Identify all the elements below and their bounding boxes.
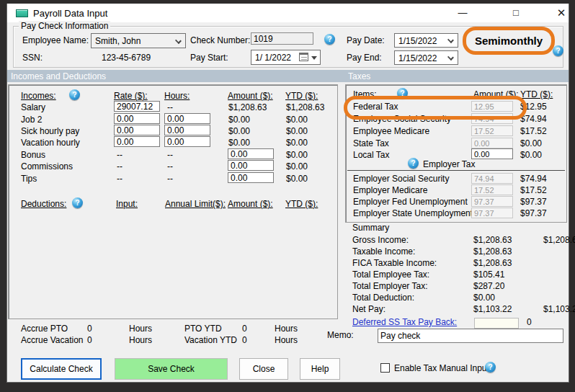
window-title: Payroll Data Input — [33, 8, 107, 19]
amount-col-header: Amount ($): — [228, 91, 273, 101]
accrue-pto-unit: Hours — [129, 324, 152, 334]
memo-input[interactable] — [378, 329, 563, 343]
employee-ss-input[interactable] — [471, 113, 513, 124]
help-icon-employer-tax[interactable]: ? — [408, 158, 419, 169]
tax-row-label: Employee Social Security — [353, 114, 451, 124]
pay-date-select[interactable]: 1/15/2022 — [394, 33, 458, 48]
sick-rate-input[interactable] — [114, 125, 160, 135]
salary-hours-dash: -- — [167, 102, 173, 112]
paycheck-info-label: Pay Check Information — [19, 21, 110, 31]
incomes-col-header: Incomes: — [21, 91, 56, 101]
tax-row-label: Employee Medicare — [353, 126, 429, 136]
income-row-label: Tips — [21, 174, 37, 184]
summary-label: Total Employer Tax: — [352, 281, 428, 291]
tips-hours-dash: -- — [167, 174, 173, 184]
vacation-hours-input[interactable] — [164, 136, 210, 147]
employer-tax-divider-label: Employer Tax — [423, 159, 475, 169]
pto-ytd-unit: Hours — [275, 324, 298, 334]
ssn-label: SSN: — [22, 53, 43, 63]
check-number-input[interactable] — [251, 32, 313, 45]
sick-hours-input[interactable] — [164, 125, 210, 135]
calculate-check-button[interactable]: Calculate Check — [21, 358, 102, 380]
job2-hours-input[interactable] — [164, 113, 210, 124]
employer-tax-divider-line — [347, 170, 565, 171]
vacation-rate-input[interactable] — [114, 136, 160, 147]
screen-background: Payroll Data Input — □ ✕ Pay Check Infor… — [0, 0, 575, 392]
state-tax-input[interactable] — [471, 138, 513, 148]
tips-rate-dash: -- — [117, 174, 122, 184]
tax-row-label: State Tax — [353, 138, 389, 148]
help-icon-incomes[interactable]: ? — [69, 89, 80, 100]
deferred-ss-tax-ytd: 0 — [527, 317, 532, 327]
bonus-amount-input[interactable] — [228, 148, 274, 159]
maximize-icon[interactable]: □ — [502, 4, 530, 22]
help-button[interactable]: Help — [300, 358, 340, 380]
employer-ss-input[interactable] — [471, 173, 513, 184]
deferred-ss-tax-link[interactable]: Deferred SS Tax Pay Back: — [352, 317, 457, 327]
accrue-vacation-label: Accrue Vacation — [21, 335, 84, 345]
tips-amount-input[interactable] — [228, 172, 274, 183]
save-check-button[interactable]: Save Check — [115, 358, 228, 380]
fica-taxable-income-value: $1,208.63 — [473, 258, 512, 268]
salary-rate-input[interactable] — [114, 101, 160, 112]
commissions-hours-dash: -- — [167, 161, 173, 172]
local-tax-input[interactable] — [471, 148, 513, 159]
help-icon-deductions[interactable]: ? — [72, 197, 83, 208]
accrue-vacation-unit: Hours — [129, 335, 152, 345]
employee-name-value: Smith, John — [95, 36, 141, 46]
salary-ytd: $1,208.63 — [286, 102, 324, 112]
job2-rate-input[interactable] — [114, 113, 160, 124]
job2-ytd: $0.00 — [286, 115, 308, 125]
employee-ss-ytd: $74.94 — [520, 114, 547, 124]
help-icon-taxes[interactable]: ? — [397, 88, 408, 99]
commissions-amount-input[interactable] — [228, 160, 274, 171]
gross-income-ytd: $1,208.63 — [543, 235, 575, 245]
close-icon[interactable]: ✕ — [547, 4, 575, 22]
chevron-down-icon — [175, 37, 182, 44]
tax-ytd-header: YTD ($): — [520, 89, 553, 99]
incomes-panel: Incomes: ? Rate ($): Hours: Amount ($): … — [8, 84, 338, 319]
employee-medicare-ytd: $17.52 — [520, 126, 547, 136]
chevron-down-icon — [447, 37, 454, 43]
local-tax-ytd: $0.00 — [520, 150, 542, 160]
pay-start-datepicker[interactable]: 1/ 1/2022 — [251, 50, 321, 65]
deductions-ytd-header: YTD ($): — [285, 199, 318, 209]
accrue-pto-value: 0 — [87, 324, 92, 334]
employer-fed-unemployment-ytd: $97.37 — [520, 197, 547, 207]
summary-label: Taxable Income: — [352, 246, 415, 257]
tax-row-label: Local Tax — [353, 150, 389, 160]
deductions-annual-limit-header: Annual Limit($): — [165, 199, 226, 209]
pay-start-value: 1/ 1/2022 — [255, 53, 291, 63]
summary-title: Summary — [352, 223, 389, 233]
employer-state-unemployment-input[interactable] — [471, 208, 513, 218]
employee-name-select[interactable]: Smith, John — [91, 33, 186, 48]
rate-col-header: Rate ($): — [114, 91, 148, 101]
federal-tax-input[interactable] — [471, 101, 513, 112]
minimize-icon[interactable]: — — [448, 4, 477, 22]
employer-medicare-input[interactable] — [471, 184, 513, 195]
employee-medicare-input[interactable] — [471, 125, 513, 136]
help-icon-check-number[interactable]: ? — [324, 34, 335, 45]
enable-tax-manual-input-checkbox[interactable] — [380, 363, 390, 373]
employer-fed-unemployment-input[interactable] — [471, 196, 513, 207]
pay-end-label: Pay End: — [347, 53, 382, 63]
net-pay-value: $1,103.22 — [473, 304, 512, 314]
help-icon-tax-manual[interactable]: ? — [485, 362, 496, 373]
employer-state-unemployment-ytd: $97.37 — [520, 208, 547, 218]
tax-items-header: Items: — [353, 89, 377, 99]
help-icon-pay-frequency[interactable]: ? — [553, 45, 563, 56]
deferred-ss-tax-input[interactable] — [474, 318, 519, 329]
tax-row-label: Employer Fed Unemployment — [353, 197, 468, 207]
tax-row-label: Employer State Unemployment — [353, 208, 473, 218]
memo-label: Memo: — [327, 330, 354, 340]
deductions-amount-header: Amount ($): — [228, 199, 273, 209]
close-button[interactable]: Close — [239, 358, 288, 380]
vacation-amount: $0.00 — [228, 138, 250, 148]
vacation-ytd: $0.00 — [286, 138, 308, 148]
pay-end-select[interactable]: 1/15/2022 — [394, 50, 458, 65]
ssn-value: 123-45-6789 — [102, 53, 151, 63]
tax-row-label: Employer Social Security — [353, 174, 449, 184]
pay-frequency-text: Semimonthly — [464, 27, 553, 54]
total-employee-tax-value: $105.41 — [473, 270, 504, 280]
chevron-down-icon — [447, 54, 454, 61]
